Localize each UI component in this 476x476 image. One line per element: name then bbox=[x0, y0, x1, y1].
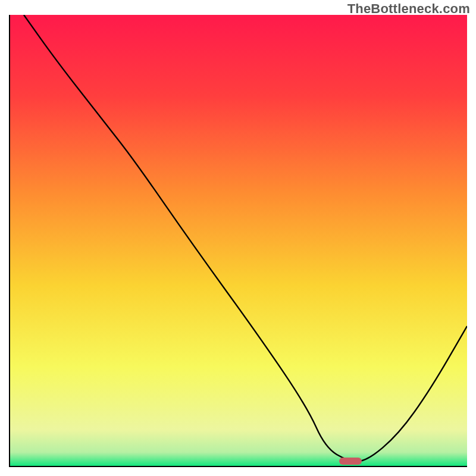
chart-stage: TheBottleneck.com bbox=[0, 0, 476, 476]
x-axis bbox=[9, 466, 467, 467]
plot-area bbox=[9, 15, 467, 467]
bottleneck-curve bbox=[10, 15, 467, 466]
curve-path bbox=[24, 15, 467, 461]
optimal-marker bbox=[339, 458, 362, 465]
